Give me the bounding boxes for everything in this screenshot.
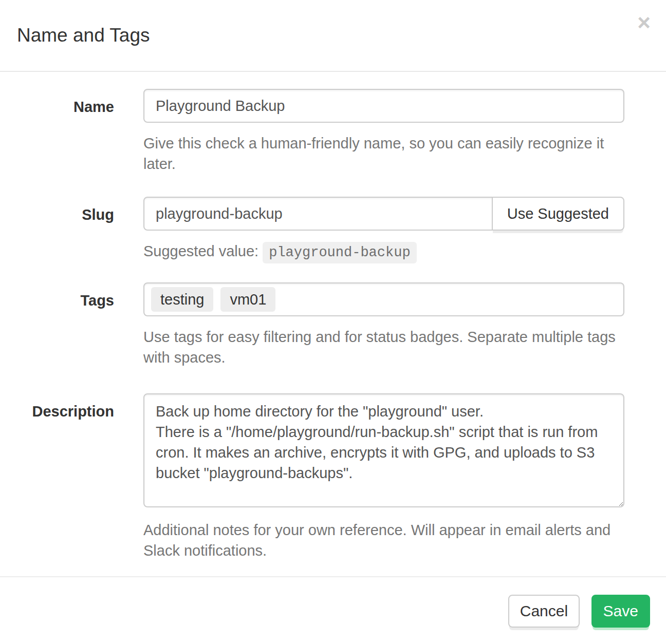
slug-field-controls: Use Suggested Suggested value: playgroun… (143, 197, 624, 263)
slug-help-text: Suggested value: playground-backup (143, 241, 624, 263)
cancel-button[interactable]: Cancel (508, 595, 580, 628)
modal-footer: Cancel Save (0, 576, 666, 644)
modal-title: Name and Tags (17, 25, 649, 46)
save-button[interactable]: Save (591, 595, 650, 628)
name-field-controls: Give this check a human-friendly name, s… (143, 89, 624, 174)
name-field-row: Name Give this check a human-friendly na… (0, 89, 624, 174)
name-and-tags-dialog: Name and Tags × Name Give this check a h… (0, 0, 666, 644)
name-label: Name (0, 89, 114, 174)
description-help-text: Additional notes for your own reference.… (143, 520, 624, 561)
suggested-value-code: playground-backup (263, 242, 416, 263)
tag-chip: vm01 (220, 287, 275, 312)
description-field-controls: Back up home directory for the "playgrou… (143, 393, 624, 561)
tags-field-controls: testingvm01 Use tags for easy filtering … (143, 282, 624, 368)
tag-chip: testing (151, 287, 213, 312)
use-suggested-button[interactable]: Use Suggested (492, 197, 624, 231)
tags-label: Tags (0, 282, 114, 368)
slug-input-group: Use Suggested (143, 197, 624, 231)
tags-field-row: Tags testingvm01 Use tags for easy filte… (0, 282, 624, 368)
slug-label: Slug (0, 197, 114, 263)
name-input[interactable] (143, 89, 624, 123)
suggested-value-prefix: Suggested value: (143, 243, 258, 259)
tags-help-text: Use tags for easy filtering and for stat… (143, 327, 624, 368)
name-help-text: Give this check a human-friendly name, s… (143, 133, 624, 174)
description-label: Description (0, 393, 114, 561)
modal-header: Name and Tags × (0, 0, 666, 72)
slug-input[interactable] (143, 197, 493, 231)
tags-input[interactable]: testingvm01 (143, 282, 624, 316)
modal-body: Name Give this check a human-friendly na… (0, 72, 666, 561)
description-textarea[interactable]: Back up home directory for the "playgrou… (143, 393, 624, 507)
close-icon[interactable]: × (635, 9, 653, 36)
slug-field-row: Slug Use Suggested Suggested value: play… (0, 197, 624, 263)
description-field-row: Description Back up home directory for t… (0, 393, 624, 561)
